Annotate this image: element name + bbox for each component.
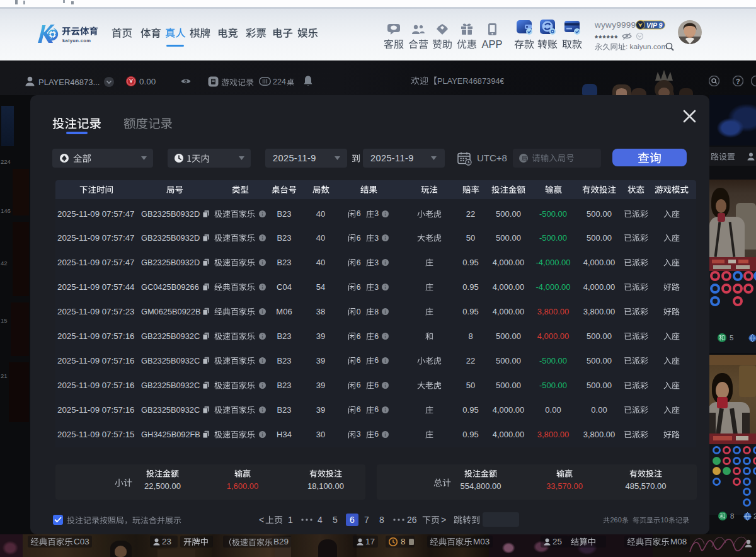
svg-text:VIP 9: VIP 9 (646, 21, 662, 29)
svg-text:?: ? (736, 78, 740, 85)
